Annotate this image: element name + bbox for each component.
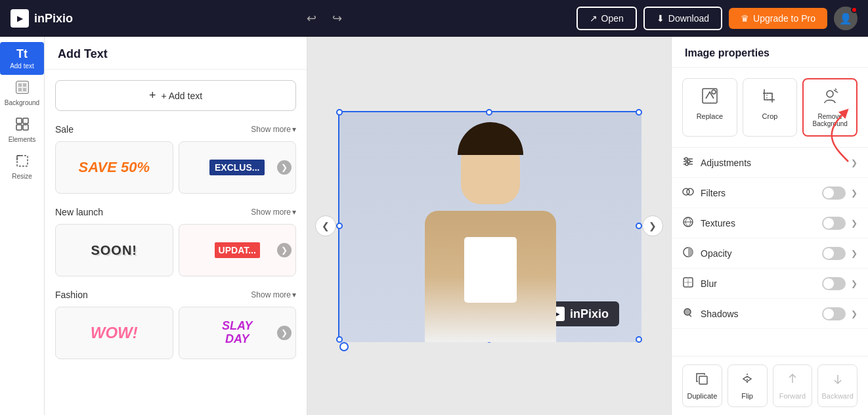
svg-point-23: [685, 158, 687, 160]
svg-rect-8: [16, 125, 22, 130]
svg-line-17: [834, 90, 838, 93]
add-text-icon: Tt: [16, 47, 28, 61]
forward-button[interactable]: Forward: [773, 364, 813, 407]
template-save50[interactable]: SAVE 50%: [55, 141, 173, 194]
backward-button[interactable]: Backward: [817, 364, 857, 407]
shadows-row[interactable]: Shadows ❯: [672, 299, 868, 329]
textures-row[interactable]: Textures ❯: [672, 208, 868, 238]
new-launch-show-more[interactable]: Show more ▾: [251, 207, 296, 217]
filters-icon: [682, 186, 694, 200]
fashion-show-more[interactable]: Show more ▾: [251, 290, 296, 299]
svg-rect-5: [23, 88, 26, 91]
undo-button[interactable]: ↩: [303, 7, 320, 30]
header: ▶ inPixio ↩ ↪ ↗ Open ⬇ Download ♛ Upgrad…: [0, 0, 868, 37]
add-text-button[interactable]: + + Add text: [55, 80, 296, 111]
filters-row[interactable]: Filters ❯: [672, 178, 868, 208]
template-upda[interactable]: UPDAT... ❯: [179, 224, 297, 276]
canvas-selection-box[interactable]: ▶ inPixio: [338, 111, 640, 341]
panel-content: + + Add text Sale Show more ▾ SAVE 50%: [45, 70, 307, 415]
flip-icon: [740, 372, 754, 389]
shadows-toggle[interactable]: [822, 307, 846, 320]
template-slay[interactable]: SLAYDAY ❯: [179, 307, 297, 359]
background-icon: [15, 80, 30, 98]
sidebar-item-add-text[interactable]: Tt Add text: [0, 42, 44, 75]
adjustments-row[interactable]: Adjustments ❯: [672, 148, 868, 178]
template-arrow-icon: ❯: [277, 326, 292, 340]
adjustments-list: Adjustments ❯ Filters: [672, 148, 868, 329]
selection-handle-tl[interactable]: [336, 109, 343, 116]
remove-bg-icon: [821, 87, 839, 109]
selection-handle-tm[interactable]: [486, 109, 492, 116]
duplicate-button[interactable]: Duplicate: [682, 364, 722, 407]
header-controls: ↩ ↪: [303, 7, 346, 30]
remove-background-button[interactable]: Remove Background: [802, 78, 857, 137]
bottom-actions: Duplicate Flip: [672, 356, 868, 415]
selection-handle-bl[interactable]: [336, 336, 343, 343]
template-exclus[interactable]: EXCLUS... ❯: [179, 141, 297, 194]
redo-button[interactable]: ↪: [328, 7, 346, 30]
upgrade-button[interactable]: ♛ Upgrade to Pro: [729, 8, 827, 29]
textures-toggle[interactable]: [822, 217, 846, 230]
chevron-down-icon: ▾: [292, 125, 296, 134]
user-avatar-button[interactable]: 👤: [834, 7, 857, 30]
resize-icon: [15, 154, 30, 171]
sidebar-item-resize[interactable]: Resize: [0, 148, 44, 185]
panel-header: Add Text: [45, 37, 307, 70]
fashion-templates-grid: WOW! SLAYDAY ❯: [55, 307, 296, 359]
section-sale-title: Sale: [55, 124, 74, 135]
template-soon[interactable]: SOON!: [55, 224, 173, 276]
main-body: Tt Add text Background: [0, 37, 868, 415]
blur-icon: [682, 276, 694, 290]
opacity-toggle[interactable]: [822, 247, 846, 260]
section-new-launch-title: New launch: [55, 207, 103, 217]
sidebar-item-background[interactable]: Background: [0, 75, 44, 112]
chevron-icon: ❯: [851, 309, 857, 318]
open-button[interactable]: ↗ Open: [576, 7, 637, 30]
svg-rect-1: [16, 81, 28, 93]
replace-button[interactable]: Replace: [682, 78, 737, 137]
right-panel-header: Image properties: [672, 37, 868, 68]
duplicate-icon: [695, 372, 709, 389]
backward-icon: [831, 372, 845, 389]
svg-rect-7: [23, 118, 28, 123]
svg-line-18: [835, 89, 836, 90]
sidebar-item-elements[interactable]: Elements: [0, 112, 44, 148]
right-panel: Image properties Replace: [671, 37, 868, 415]
section-new-launch: New launch Show more ▾ SOON! UPDAT... ❯: [55, 207, 296, 276]
template-arrow-icon: ❯: [277, 160, 292, 175]
left-sidebar: Tt Add text Background: [0, 37, 45, 415]
sale-show-more[interactable]: Show more ▾: [251, 125, 296, 134]
download-button[interactable]: ⬇ Download: [643, 7, 722, 30]
crop-button[interactable]: Crop: [743, 78, 798, 137]
plus-icon: +: [149, 89, 156, 102]
svg-point-16: [827, 91, 833, 97]
selection-handle-lm[interactable]: [336, 223, 343, 229]
template-arrow-icon: ❯: [277, 243, 292, 257]
svg-rect-3: [23, 83, 26, 87]
template-wow[interactable]: WOW!: [55, 307, 173, 359]
logo-area: ▶ inPixio: [11, 9, 73, 28]
svg-rect-10: [17, 156, 28, 166]
opacity-row[interactable]: Opacity ❯: [672, 238, 868, 269]
chevron-down-icon: ▾: [292, 207, 296, 217]
image-props-grid: Replace Crop: [672, 68, 868, 148]
blur-toggle[interactable]: [822, 277, 846, 290]
filters-toggle[interactable]: [822, 186, 846, 200]
selection-handle-tr[interactable]: [636, 109, 642, 116]
shadows-icon: [682, 307, 694, 320]
chevron-icon: ❯: [851, 219, 857, 228]
selection-handle-br[interactable]: [636, 336, 642, 343]
svg-rect-6: [16, 118, 22, 123]
elements-icon: [15, 117, 30, 135]
flip-button[interactable]: Flip: [727, 364, 768, 407]
app-logo-icon: ▶: [11, 9, 29, 28]
person-head: [461, 132, 520, 204]
section-fashion-header: Fashion Show more ▾: [55, 290, 296, 300]
section-new-launch-header: New launch Show more ▾: [55, 207, 296, 217]
blur-row[interactable]: Blur ❯: [672, 269, 868, 299]
canvas-area: ❮: [307, 37, 671, 415]
app-name: inPixio: [34, 12, 73, 26]
canvas-nav-right-button[interactable]: ❯: [642, 215, 663, 236]
canvas-nav-left-button[interactable]: ❮: [315, 215, 336, 236]
selection-handle-rm[interactable]: [636, 223, 642, 229]
